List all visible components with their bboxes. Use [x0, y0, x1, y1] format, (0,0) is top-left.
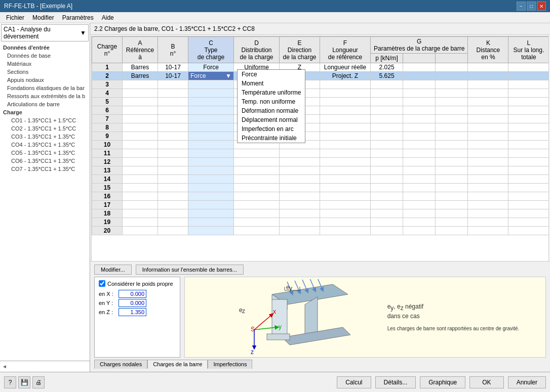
- table-row[interactable]: 3: [92, 80, 549, 89]
- table-cell-j[interactable]: [436, 166, 468, 175]
- table-cell-direction[interactable]: [280, 166, 320, 175]
- table-cell-refb[interactable]: 10-17: [158, 72, 188, 80]
- table-cell-k[interactable]: [468, 175, 508, 184]
- calcul-button[interactable]: Calcul: [337, 376, 371, 388]
- table-cell-k[interactable]: [468, 72, 508, 80]
- table-cell-type[interactable]: [188, 184, 234, 192]
- table-cell-j[interactable]: [436, 158, 468, 166]
- table-cell-j[interactable]: [436, 72, 468, 80]
- table-cell-j[interactable]: [436, 132, 468, 141]
- table-row[interactable]: 8: [92, 123, 549, 132]
- table-row[interactable]: 20: [92, 227, 549, 235]
- table-row[interactable]: 2Barres10-17Force ▼UniformeZProject. Z5.…: [92, 72, 549, 80]
- table-cell-type[interactable]: [188, 80, 234, 89]
- table-cell-type[interactable]: [188, 89, 234, 98]
- table-cell-distrib[interactable]: [234, 184, 280, 192]
- gravity-x-input[interactable]: [119, 290, 146, 298]
- table-cell-l[interactable]: [508, 115, 549, 123]
- dropdown-option-deformation-normale[interactable]: Déformation normale: [238, 106, 305, 115]
- table-cell-type[interactable]: Force: [188, 63, 234, 72]
- table-row[interactable]: 19: [92, 218, 549, 227]
- table-cell-l[interactable]: [508, 141, 549, 149]
- table-cell-k[interactable]: [468, 89, 508, 98]
- table-cell-refa[interactable]: Barres: [123, 63, 158, 72]
- table-cell-longueur[interactable]: [320, 227, 371, 235]
- table-cell-j[interactable]: [436, 63, 468, 72]
- table-cell-longueur[interactable]: [320, 201, 371, 209]
- dropdown-option-force[interactable]: Force: [238, 70, 305, 79]
- table-cell-type[interactable]: [188, 209, 234, 218]
- table-cell-j[interactable]: [436, 184, 468, 192]
- table-cell-p[interactable]: [371, 149, 403, 158]
- table-cell-p[interactable]: [371, 218, 403, 227]
- graphique-button[interactable]: Graphique: [420, 376, 465, 388]
- table-cell-j[interactable]: [436, 98, 468, 106]
- table-cell-longueur[interactable]: Project. Z: [320, 72, 371, 80]
- table-cell-p[interactable]: [371, 209, 403, 218]
- table-cell-type[interactable]: [188, 227, 234, 235]
- table-cell-refa[interactable]: [123, 132, 158, 141]
- table-cell-k[interactable]: [468, 63, 508, 72]
- table-cell-longueur[interactable]: [320, 209, 371, 218]
- sidebar-item-co5[interactable]: CO5 - 1.35*CC1 + 1.35*C: [0, 149, 90, 157]
- table-row[interactable]: 6: [92, 106, 549, 115]
- table-cell-i[interactable]: [403, 80, 436, 89]
- table-cell-refb[interactable]: [158, 158, 188, 166]
- table-cell-refa[interactable]: [123, 115, 158, 123]
- dropdown-option-temp-non-uniforme[interactable]: Temp. non uniforme: [238, 97, 305, 106]
- table-cell-direction[interactable]: [280, 218, 320, 227]
- table-cell-l[interactable]: [508, 149, 549, 158]
- table-cell-refa[interactable]: [123, 175, 158, 184]
- table-cell-j[interactable]: [436, 115, 468, 123]
- table-cell-p[interactable]: [371, 89, 403, 98]
- table-cell-k[interactable]: [468, 209, 508, 218]
- table-cell-type[interactable]: [188, 149, 234, 158]
- table-cell-direction[interactable]: [280, 201, 320, 209]
- table-cell-l[interactable]: [508, 106, 549, 115]
- table-cell-refa[interactable]: [123, 218, 158, 227]
- sidebar-item-appuis-nodaux[interactable]: Appuis nodaux: [0, 76, 90, 84]
- sidebar-item-co7[interactable]: CO7 - 1.35*CC1 + 1.35*C: [0, 165, 90, 173]
- analysis-dropdown[interactable]: CA1 - Analyse du déversement ▼: [1, 24, 89, 41]
- table-cell-distrib[interactable]: [234, 192, 280, 201]
- table-cell-l[interactable]: [508, 192, 549, 201]
- table-cell-p[interactable]: [371, 175, 403, 184]
- table-cell-p[interactable]: [371, 141, 403, 149]
- table-cell-i[interactable]: [403, 166, 436, 175]
- table-cell-type[interactable]: [188, 132, 234, 141]
- table-cell-type[interactable]: [188, 123, 234, 132]
- table-cell-distrib[interactable]: [234, 201, 280, 209]
- table-cell-longueur[interactable]: [320, 184, 371, 192]
- table-cell-longueur[interactable]: [320, 141, 371, 149]
- table-cell-p[interactable]: [371, 132, 403, 141]
- table-cell-i[interactable]: [403, 192, 436, 201]
- table-cell-i[interactable]: [403, 132, 436, 141]
- table-cell-longueur[interactable]: [320, 89, 371, 98]
- table-row[interactable]: 5: [92, 98, 549, 106]
- table-cell-direction[interactable]: [280, 175, 320, 184]
- table-cell-l[interactable]: [508, 80, 549, 89]
- table-cell-p[interactable]: [371, 227, 403, 235]
- table-cell-refa[interactable]: [123, 123, 158, 132]
- table-cell-refa[interactable]: [123, 106, 158, 115]
- table-cell-direction[interactable]: [280, 209, 320, 218]
- table-cell-distrib[interactable]: [234, 209, 280, 218]
- table-cell-type[interactable]: [188, 192, 234, 201]
- table-cell-refb[interactable]: [158, 166, 188, 175]
- table-cell-refb[interactable]: [158, 218, 188, 227]
- table-row[interactable]: 18: [92, 209, 549, 218]
- table-cell-distrib[interactable]: [234, 175, 280, 184]
- table-cell-longueur[interactable]: [320, 175, 371, 184]
- table-cell-k[interactable]: [468, 149, 508, 158]
- table-cell-l[interactable]: [508, 175, 549, 184]
- table-cell-k[interactable]: [468, 184, 508, 192]
- table-cell-refa[interactable]: [123, 227, 158, 235]
- table-cell-refb[interactable]: [158, 80, 188, 89]
- table-cell-j[interactable]: [436, 149, 468, 158]
- sidebar-item-co3[interactable]: CO3 - 1.35*CC1 + 1.35*C: [0, 133, 90, 141]
- type-dropdown-overlay[interactable]: Force Moment Température uniforme Temp. …: [237, 69, 305, 143]
- table-row[interactable]: 13: [92, 166, 549, 175]
- table-cell-refb[interactable]: [158, 141, 188, 149]
- table-cell-direction[interactable]: [280, 184, 320, 192]
- table-cell-type[interactable]: [188, 218, 234, 227]
